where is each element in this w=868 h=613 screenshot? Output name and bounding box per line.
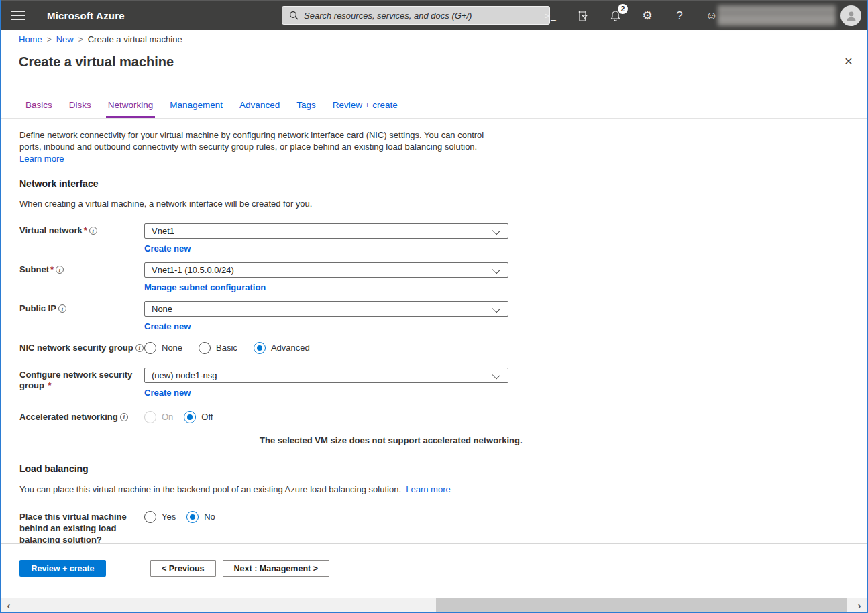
radio-unselected[interactable] <box>199 342 211 354</box>
notification-badge: 2 <box>618 4 628 14</box>
network-interface-description: When creating a virtual machine, a netwo… <box>19 198 849 209</box>
account-info-redacted[interactable] <box>718 5 836 26</box>
chevron-down-icon <box>492 266 500 274</box>
networking-intro-text: Define network connectivity for your vir… <box>19 129 492 152</box>
nic-nsg-option-none-label: None <box>162 342 182 353</box>
accelerated-networking-note: The selected VM size does not support ac… <box>260 435 523 446</box>
load-balancing-no-label: No <box>204 511 215 522</box>
load-balancing-option-yes[interactable]: Yes <box>144 511 176 523</box>
virtual-network-create-new-link[interactable]: Create new <box>144 243 191 254</box>
virtual-network-dropdown[interactable]: Vnet1 <box>144 223 508 239</box>
load-balancing-learn-more-link[interactable]: Learn more <box>406 484 450 494</box>
load-balancing-yes-label: Yes <box>162 511 176 522</box>
info-icon[interactable]: i <box>135 344 144 352</box>
subnet-label: Subnet*i <box>19 262 144 293</box>
global-search[interactable] <box>282 6 550 25</box>
search-icon <box>289 11 299 20</box>
radio-disabled <box>144 411 156 423</box>
review-create-button[interactable]: Review + create <box>19 560 106 577</box>
radio-unselected[interactable] <box>144 511 156 523</box>
cloud-shell-icon[interactable]: >_ <box>543 8 558 24</box>
radio-unselected[interactable] <box>144 342 156 354</box>
info-icon[interactable]: i <box>56 266 64 274</box>
search-input[interactable] <box>304 11 543 21</box>
breadcrumb: Home > New > Create a virtual machine <box>1 30 867 48</box>
accelerated-networking-option-off[interactable]: Off <box>184 411 213 423</box>
configure-nsg-label: Configure network security group * <box>19 368 133 398</box>
accelerated-networking-radio-group: On Off <box>144 409 523 425</box>
breadcrumb-current: Create a virtual machine <box>88 34 182 44</box>
settings-gear-icon[interactable]: ⚙ <box>640 8 655 24</box>
load-balancing-heading: Load balancing <box>19 463 849 475</box>
breadcrumb-separator: > <box>47 35 52 44</box>
subnet-value: Vnet1-1 (10.5.0.0/24) <box>152 264 234 276</box>
scrollbar-thumb[interactable] <box>436 598 847 612</box>
radio-selected[interactable] <box>186 511 199 523</box>
accelerated-networking-row: Accelerated networkingi On Off The selec <box>19 409 849 446</box>
virtual-network-row: Virtual network*i Vnet1 Create new <box>19 223 849 254</box>
accelerated-networking-option-on: On <box>144 411 173 423</box>
previous-button[interactable]: < Previous <box>150 560 216 577</box>
radio-selected[interactable] <box>184 411 196 423</box>
virtual-network-label-text: Virtual network <box>19 225 83 235</box>
load-balancing-description: You can place this virtual machine in th… <box>19 484 849 495</box>
next-management-button[interactable]: Next : Management > <box>223 560 329 577</box>
close-icon[interactable]: × <box>840 52 857 70</box>
public-ip-row: Public IPi None Create new <box>19 301 849 332</box>
info-icon[interactable]: i <box>89 227 97 235</box>
page-title: Create a virtual machine <box>19 54 849 70</box>
tab-advanced[interactable]: Advanced <box>237 100 282 118</box>
avatar[interactable] <box>840 5 861 26</box>
scroll-left-icon[interactable]: ‹ <box>3 598 15 612</box>
app-title: Microsoft Azure <box>47 10 125 21</box>
scroll-right-icon[interactable]: › <box>853 598 865 612</box>
public-ip-value: None <box>152 303 172 315</box>
nic-nsg-row: NIC network security groupi None Basic <box>19 340 849 355</box>
nic-nsg-option-none[interactable]: None <box>144 342 182 354</box>
subnet-dropdown[interactable]: Vnet1-1 (10.5.0.0/24) <box>144 262 508 278</box>
required-asterisk: * <box>84 225 87 235</box>
public-ip-dropdown[interactable]: None <box>144 301 508 317</box>
person-icon <box>845 9 858 23</box>
nic-nsg-option-advanced[interactable]: Advanced <box>254 342 310 354</box>
configure-nsg-row: Configure network security group * (new)… <box>19 368 849 398</box>
public-ip-label: Public IPi <box>19 301 144 332</box>
radio-selected[interactable] <box>254 342 266 354</box>
tab-review-create[interactable]: Review + create <box>331 100 400 118</box>
breadcrumb-home[interactable]: Home <box>19 34 42 44</box>
tab-disks[interactable]: Disks <box>67 100 93 118</box>
breadcrumb-new[interactable]: New <box>56 34 74 44</box>
configure-nsg-value: (new) node1-nsg <box>152 370 217 381</box>
notifications-bell-icon[interactable]: 2 <box>608 8 622 24</box>
horizontal-scrollbar[interactable]: ‹ › <box>1 598 867 612</box>
tab-tags[interactable]: Tags <box>294 100 318 118</box>
nic-nsg-label-text: NIC network security group <box>19 343 133 353</box>
directory-filter-icon[interactable] <box>576 8 590 24</box>
manage-subnet-configuration-link[interactable]: Manage subnet configuration <box>144 282 266 292</box>
tab-networking[interactable]: Networking <box>106 100 156 118</box>
configure-nsg-label-text: Configure network security group <box>19 370 132 390</box>
intro-learn-more-link[interactable]: Learn more <box>19 154 64 164</box>
info-icon[interactable]: i <box>58 304 66 313</box>
accelerated-networking-off-label: Off <box>201 411 213 423</box>
subnet-row: Subnet*i Vnet1-1 (10.5.0.0/24) Manage su… <box>19 262 849 293</box>
tab-management[interactable]: Management <box>168 100 225 118</box>
nic-nsg-option-basic-label: Basic <box>216 342 237 353</box>
load-balancing-description-text: You can place this virtual machine in th… <box>19 484 401 494</box>
load-balancing-question-row: Place this virtual machine behind an exi… <box>19 509 849 545</box>
nic-nsg-option-basic[interactable]: Basic <box>199 342 237 354</box>
tab-basics[interactable]: Basics <box>23 100 54 118</box>
public-ip-create-new-link[interactable]: Create new <box>144 321 191 331</box>
topbar-icon-group: >_ 2 ⚙ ? ☺ <box>543 1 719 31</box>
info-icon[interactable]: i <box>120 413 128 421</box>
load-balancing-option-no[interactable]: No <box>186 511 215 523</box>
top-bar: Microsoft Azure >_ 2 <box>1 0 867 30</box>
configure-nsg-create-new-link[interactable]: Create new <box>144 388 191 398</box>
feedback-smiley-icon[interactable]: ☺ <box>704 8 719 24</box>
wizard-footer: Review + create < Previous Next : Manage… <box>1 543 867 592</box>
nic-nsg-option-advanced-label: Advanced <box>271 342 310 353</box>
help-icon[interactable]: ? <box>672 8 687 24</box>
hamburger-menu-icon[interactable] <box>1 1 35 31</box>
configure-nsg-dropdown[interactable]: (new) node1-nsg <box>144 368 508 383</box>
chevron-down-icon <box>492 227 500 235</box>
